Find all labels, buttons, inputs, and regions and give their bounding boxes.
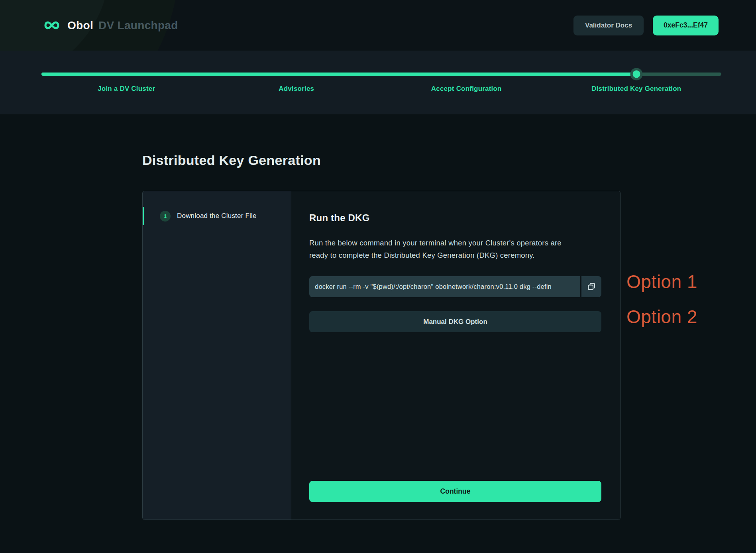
dkg-card: 1 Download the Cluster File Run the DKG … (142, 191, 621, 520)
panel-description: Run the below command in your terminal w… (309, 237, 578, 261)
active-step-accent-bar (143, 207, 144, 225)
sidebar-step-label: Download the Cluster File (177, 212, 257, 220)
brand: Obol DV Launchpad (41, 19, 178, 32)
dkg-command-field[interactable]: docker run --rm -v "$(pwd)/:/opt/charon"… (309, 276, 580, 297)
annotation-option-2: Option 2 (626, 306, 697, 327)
copy-command-button[interactable] (581, 276, 601, 297)
page: Obol DV Launchpad Validator Docs 0xeFc3.… (0, 0, 756, 553)
obol-infinity-logo-icon (41, 19, 62, 31)
page-title: Distributed Key Generation (142, 153, 756, 168)
copy-icon (587, 282, 596, 291)
brand-product: DV Launchpad (98, 19, 178, 32)
progress-dot (630, 68, 642, 80)
header-actions: Validator Docs 0xeFc3...Ef47 (573, 16, 719, 35)
step-join-a-dv-cluster: Join a DV Cluster (41, 85, 212, 93)
command-row: docker run --rm -v "$(pwd)/:/opt/charon"… (309, 276, 601, 297)
card-sidebar: 1 Download the Cluster File (143, 191, 291, 520)
step-labels: Join a DV Cluster Advisories Accept Conf… (41, 85, 721, 93)
continue-button[interactable]: Continue (309, 481, 601, 502)
progress-track (41, 73, 721, 76)
panel-spacer (309, 332, 601, 481)
brand-name: Obol (67, 19, 93, 32)
progress-stepper: Join a DV Cluster Advisories Accept Conf… (0, 51, 756, 114)
card-panel: Run the DKG Run the below command in you… (291, 191, 620, 520)
manual-dkg-option-button[interactable]: Manual DKG Option (309, 311, 601, 332)
sidebar-step-download-cluster-file: 1 Download the Cluster File (143, 207, 291, 225)
step-advisories: Advisories (212, 85, 382, 93)
app-header: Obol DV Launchpad Validator Docs 0xeFc3.… (0, 0, 756, 51)
panel-title: Run the DKG (309, 212, 601, 224)
dkg-command-text: docker run --rm -v "$(pwd)/:/opt/charon"… (315, 283, 552, 290)
step-distributed-key-generation: Distributed Key Generation (552, 85, 722, 93)
annotation-option-1: Option 1 (626, 271, 697, 292)
step-accept-configuration: Accept Configuration (381, 85, 552, 93)
validator-docs-button[interactable]: Validator Docs (573, 16, 644, 35)
progress-fill (41, 73, 636, 76)
step-number-badge: 1 (160, 211, 171, 222)
main-content: Distributed Key Generation 1 Download th… (0, 153, 756, 520)
wallet-address-button[interactable]: 0xeFc3...Ef47 (653, 16, 719, 35)
